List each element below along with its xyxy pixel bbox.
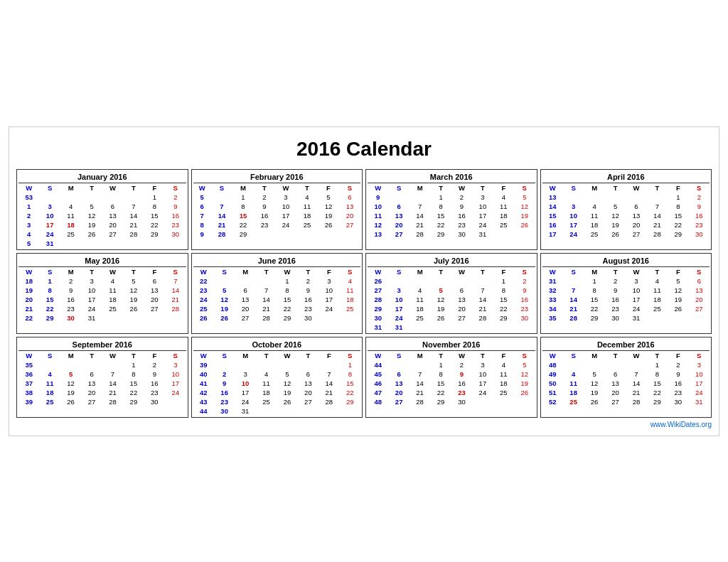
cal-cell: 3 (472, 360, 493, 369)
col-header: W (626, 183, 646, 193)
col-header: F (493, 267, 514, 276)
cal-cell: 22 (340, 388, 360, 397)
table-row: 912345 (368, 193, 535, 202)
cal-cell: 49 (542, 369, 563, 379)
cal-cell (318, 406, 339, 416)
cal-cell (81, 360, 102, 369)
cal-cell (514, 229, 535, 239)
cal-cell: 20 (144, 295, 165, 304)
month-table: WSMTWTFS91234510678910111211131415161718… (368, 183, 535, 239)
cal-cell (102, 360, 123, 369)
cal-cell: 18 (39, 388, 60, 397)
table-row: 3278910111213 (542, 286, 710, 295)
cal-cell: 23 (214, 397, 235, 406)
cal-cell: 24 (165, 388, 186, 397)
col-header: F (493, 351, 514, 360)
col-header: T (647, 351, 668, 360)
table-row: 531 (18, 239, 186, 248)
cal-cell: 7 (193, 211, 211, 220)
cal-cell: 13 (298, 379, 318, 388)
cal-cell: 21 (472, 304, 493, 313)
month-table: WSMTWTFS44123454567891011124613141516171… (368, 351, 535, 406)
table-row: 4945678910 (542, 369, 710, 379)
cal-cell: 13 (605, 379, 626, 388)
cal-cell: 23 (60, 304, 81, 313)
cal-cell: 3 (626, 276, 646, 286)
cal-cell (254, 229, 275, 239)
table-row: 2917181920212223 (368, 304, 535, 313)
cal-cell: 15 (340, 379, 360, 388)
cal-cell: 14 (318, 379, 339, 388)
cal-cell: 18 (296, 211, 318, 220)
cal-cell: 21 (410, 220, 430, 229)
cal-cell: 23 (689, 220, 710, 229)
cal-cell: 29 (39, 313, 60, 323)
cal-cell: 21 (102, 388, 123, 397)
table-row: 4720212223242526 (368, 388, 535, 397)
cal-cell: 6 (298, 369, 318, 379)
cal-cell: 11 (368, 211, 388, 220)
cal-cell: 8 (430, 369, 451, 379)
table-row: 3645678910 (18, 369, 186, 379)
cal-cell: 12 (60, 379, 81, 388)
table-row: 132728293031 (368, 229, 535, 239)
cal-cell: 20 (605, 388, 626, 397)
cal-cell: 24 (689, 388, 710, 397)
cal-cell: 13 (339, 202, 360, 211)
cal-cell: 27 (298, 397, 318, 406)
cal-cell: 24 (275, 220, 296, 229)
cal-cell: 13 (81, 379, 102, 388)
col-header: W (102, 183, 123, 193)
cal-cell (211, 193, 232, 202)
cal-cell: 12 (214, 295, 235, 304)
month-title: June 2016 (193, 255, 361, 267)
cal-cell: 24 (193, 295, 214, 304)
page-title: 2016 Calendar (16, 138, 712, 161)
cal-cell: 27 (605, 397, 626, 406)
cal-cell: 14 (123, 211, 144, 220)
cal-cell: 22 (277, 304, 297, 313)
cal-cell (626, 360, 646, 369)
cal-cell: 27 (451, 313, 472, 323)
table-row: 2612 (368, 276, 535, 286)
cal-cell: 8 (493, 286, 514, 295)
cal-cell: 13 (388, 379, 409, 388)
cal-cell: 1 (430, 193, 451, 202)
cal-cell (256, 406, 277, 416)
cal-cell: 31 (689, 397, 710, 406)
col-header: S (689, 267, 710, 276)
table-row: 4412345 (368, 360, 535, 369)
col-header: W (542, 351, 563, 360)
cal-cell: 29 (277, 313, 297, 323)
col-header: S (165, 351, 186, 360)
cal-cell: 7 (256, 286, 277, 295)
cal-cell: 30 (668, 397, 688, 406)
table-row: 210111213141516 (18, 211, 186, 220)
cal-cell: 27 (368, 286, 388, 295)
cal-cell: 21 (318, 388, 339, 397)
table-row: 821222324252627 (193, 220, 361, 229)
footer: www.WikiDates.org (16, 421, 712, 428)
cal-cell: 8 (430, 202, 451, 211)
month-title: October 2016 (193, 339, 361, 351)
cal-cell: 21 (123, 220, 144, 229)
cal-cell: 11 (256, 379, 277, 388)
table-row: 3528293031 (542, 313, 710, 323)
col-header: M (60, 183, 81, 193)
cal-cell: 17 (81, 295, 102, 304)
col-header: F (144, 267, 165, 276)
cal-cell (165, 239, 186, 248)
col-header: S (211, 183, 232, 193)
cal-cell: 1 (493, 276, 514, 286)
cal-cell: 9 (451, 202, 472, 211)
cal-cell: 48 (542, 360, 563, 369)
cal-cell: 24 (235, 397, 255, 406)
cal-cell: 8 (232, 202, 254, 211)
cal-cell: 11 (563, 379, 584, 388)
month-block: July 2016WSMTWTFS26122734567892810111213… (365, 253, 537, 334)
cal-cell (451, 323, 472, 332)
cal-cell: 16 (214, 388, 235, 397)
cal-cell: 43 (193, 397, 214, 406)
cal-cell: 24 (39, 229, 60, 239)
cal-cell: 29 (123, 397, 144, 406)
